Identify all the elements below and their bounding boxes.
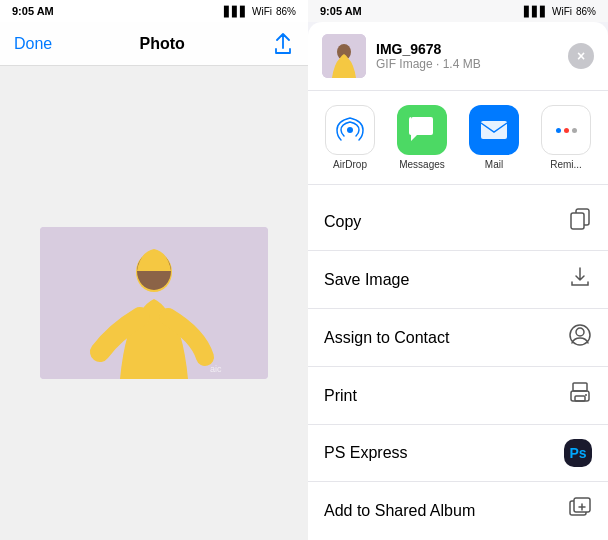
apps-row: AirDrop Messages Mail: [308, 91, 608, 185]
airdrop-label: AirDrop: [333, 159, 367, 170]
left-status-time: 9:05 AM: [12, 5, 54, 17]
add-to-shared-album-action[interactable]: Add to Shared Album: [308, 482, 608, 539]
share-file-info: IMG_9678 GIF Image · 1.4 MB: [376, 41, 568, 71]
ps-express-icon: Ps: [564, 439, 592, 467]
share-button[interactable]: [272, 33, 294, 55]
assign-to-contact-label: Assign to Contact: [324, 329, 449, 347]
action-list: Copy Save Image Assign: [308, 193, 608, 539]
more-dots: [556, 128, 577, 133]
svg-rect-14: [575, 396, 585, 401]
assign-contact-icon: [568, 323, 592, 352]
mail-app[interactable]: Mail: [462, 105, 526, 170]
messages-icon: [397, 105, 447, 155]
assign-to-contact-action[interactable]: Assign to Contact: [308, 309, 608, 367]
more-app[interactable]: Remi...: [534, 105, 598, 170]
signal-icon: ▋▋▋: [224, 6, 248, 17]
print-action[interactable]: Print: [308, 367, 608, 425]
svg-rect-9: [571, 213, 584, 229]
svg-point-11: [576, 328, 584, 336]
airdrop-icon: [325, 105, 375, 155]
copy-action[interactable]: Copy: [308, 193, 608, 251]
svg-rect-12: [573, 383, 587, 391]
messages-label: Messages: [399, 159, 445, 170]
svg-rect-7: [481, 121, 507, 139]
svg-point-6: [347, 127, 353, 133]
share-sheet: IMG_9678 GIF Image · 1.4 MB × AirDrop: [308, 22, 608, 540]
right-status-icons: ▋▋▋ WiFi 86%: [524, 6, 596, 17]
photo-image: aic: [40, 227, 268, 379]
ps-express-action[interactable]: PS Express Ps: [308, 425, 608, 482]
battery-icon-right: 86%: [576, 6, 596, 17]
add-to-shared-album-label: Add to Shared Album: [324, 502, 475, 520]
save-image-icon: [568, 265, 592, 294]
more-icon: [541, 105, 591, 155]
status-bar-left: 9:05 AM ▋▋▋ WiFi 86%: [0, 0, 308, 22]
save-image-label: Save Image: [324, 271, 409, 289]
dot-gray: [572, 128, 577, 133]
right-panel: 9:05 AM ▋▋▋ WiFi 86% IMG_9678 GIF Image …: [308, 0, 608, 540]
share-header: IMG_9678 GIF Image · 1.4 MB ×: [308, 22, 608, 91]
svg-point-15: [585, 394, 587, 396]
mail-icon: [469, 105, 519, 155]
ps-express-label: PS Express: [324, 444, 408, 462]
copy-label: Copy: [324, 213, 361, 231]
close-button[interactable]: ×: [568, 43, 594, 69]
wifi-icon: WiFi: [252, 6, 272, 17]
copy-icon: [568, 207, 592, 236]
print-icon: [568, 381, 592, 410]
battery-icon: 86%: [276, 6, 296, 17]
messages-app[interactable]: Messages: [390, 105, 454, 170]
left-panel: 9:05 AM ▋▋▋ WiFi 86% Done Photo: [0, 0, 308, 540]
done-button[interactable]: Done: [14, 35, 52, 53]
dot-red: [564, 128, 569, 133]
share-filesize: GIF Image · 1.4 MB: [376, 57, 568, 71]
ps-logo: Ps: [564, 439, 592, 467]
status-bar-right: 9:05 AM ▋▋▋ WiFi 86%: [308, 0, 608, 22]
share-filename: IMG_9678: [376, 41, 568, 57]
add-shared-album-icon: [568, 496, 592, 525]
airdrop-app[interactable]: AirDrop: [318, 105, 382, 170]
dot-blue: [556, 128, 561, 133]
svg-text:aic: aic: [210, 364, 222, 374]
mail-label: Mail: [485, 159, 503, 170]
right-status-time: 9:05 AM: [320, 5, 362, 17]
save-image-action[interactable]: Save Image: [308, 251, 608, 309]
left-status-icons: ▋▋▋ WiFi 86%: [224, 6, 296, 17]
print-label: Print: [324, 387, 357, 405]
share-thumbnail: [322, 34, 366, 78]
wifi-icon-right: WiFi: [552, 6, 572, 17]
signal-icon-right: ▋▋▋: [524, 6, 548, 17]
page-title: Photo: [139, 35, 184, 53]
more-label: Remi...: [550, 159, 582, 170]
photo-area: aic: [0, 66, 308, 540]
nav-bar-left: Done Photo: [0, 22, 308, 66]
